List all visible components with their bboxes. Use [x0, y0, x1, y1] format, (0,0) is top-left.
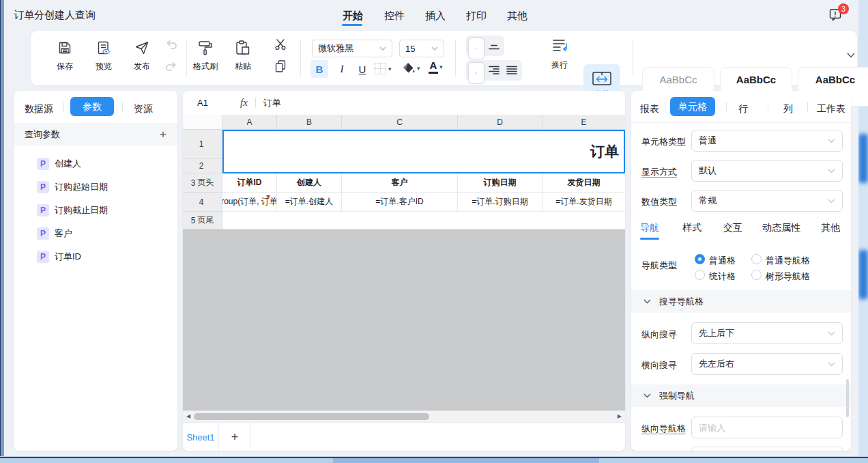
tab-parameters[interactable]: 参数 — [70, 97, 114, 116]
horizontal-scrollbar-thumb[interactable] — [194, 413, 429, 420]
clipped-next-input[interactable] — [691, 447, 843, 451]
font-size-select[interactable]: 15 — [399, 40, 444, 57]
search-nav-section-header[interactable]: 搜寻导航格 — [631, 290, 851, 313]
cell-C3[interactable]: 客户 — [342, 173, 458, 193]
fill-color-button[interactable]: ▾ — [402, 61, 420, 75]
radio-normal-nav-cell[interactable] — [751, 254, 762, 264]
font-family-select[interactable]: 微软雅黑 — [312, 40, 392, 57]
radio-label-stats-cell[interactable]: 统计格 — [709, 270, 736, 283]
column-header-B[interactable]: B — [277, 115, 342, 130]
add-sheet-button[interactable]: + — [219, 423, 251, 451]
row-header-5-page-footer[interactable]: 5页尾 — [183, 212, 222, 229]
row-header-4[interactable]: 4 — [183, 193, 222, 212]
menu-tab-widgets[interactable]: 控件 — [384, 10, 405, 23]
cell-D4[interactable]: =订单.订购日期 — [458, 193, 542, 212]
subtab-other[interactable]: 其他 — [821, 222, 840, 234]
cell-E3[interactable]: 发货日期 — [542, 173, 625, 193]
radio-label-tree-nav-cell[interactable]: 树形导航格 — [766, 270, 810, 283]
number-type-select[interactable]: 常规 — [691, 190, 843, 212]
row-header-3-page-header[interactable]: 3页头 — [183, 173, 222, 193]
font-color-button[interactable]: A ▾ — [429, 60, 443, 74]
chevron-down-icon — [828, 362, 835, 367]
display-mode-select[interactable]: 默认 — [691, 160, 843, 182]
column-header-D[interactable]: D — [458, 115, 542, 130]
row-header-1[interactable]: 1 — [183, 130, 222, 159]
tab-worksheet[interactable]: 工作表 — [817, 99, 845, 118]
param-item-order-id[interactable]: P 订单ID — [14, 245, 177, 268]
radio-label-normal-nav-cell[interactable]: 普通导航格 — [766, 255, 810, 267]
column-header-E[interactable]: E — [542, 115, 625, 130]
italic-button[interactable]: I — [333, 60, 351, 78]
redo-button[interactable] — [164, 60, 178, 74]
cut-button[interactable] — [274, 38, 287, 51]
menu-tab-other[interactable]: 其他 — [507, 10, 527, 23]
align-bottom-button[interactable] — [486, 38, 502, 54]
subtab-navigation[interactable]: 导航 — [640, 222, 659, 234]
add-parameter-button[interactable]: + — [160, 128, 167, 141]
subtab-style[interactable]: 样式 — [682, 222, 701, 234]
scroll-left-arrow[interactable]: ◀ — [186, 413, 190, 419]
borders-button[interactable]: ▾ — [374, 62, 392, 75]
radio-normal-cell[interactable] — [695, 254, 705, 264]
align-right-button[interactable] — [486, 62, 502, 79]
menu-tab-insert[interactable]: 插入 — [425, 10, 446, 23]
cell-C4[interactable]: =订单.客户ID — [342, 193, 458, 212]
panel-scrollbar-thumb[interactable] — [846, 379, 849, 417]
subtab-dynamic-props[interactable]: 动态属性 — [762, 222, 800, 234]
radio-label-normal-cell[interactable]: 普通格 — [709, 255, 736, 267]
tab-report[interactable]: 报表 — [640, 99, 659, 118]
underline-button[interactable]: U — [353, 60, 371, 78]
cell-reference-box[interactable]: A1 — [183, 98, 222, 108]
menu-tab-home[interactable]: 开始 — [343, 10, 363, 23]
align-center-button[interactable] — [468, 62, 484, 84]
param-item-order-start-date[interactable]: P 订购起始日期 — [14, 176, 177, 199]
tab-column[interactable]: 列 — [783, 99, 793, 118]
align-middle-button[interactable] — [468, 38, 484, 59]
copy-button[interactable] — [274, 59, 287, 73]
scroll-right-arrow[interactable]: ▶ — [618, 413, 622, 419]
force-nav-section-header[interactable]: 强制导航 — [631, 384, 851, 407]
page-footer-row[interactable] — [222, 212, 625, 229]
radio-stats-cell[interactable] — [695, 270, 705, 280]
tab-cell[interactable]: 单元格 — [670, 97, 715, 116]
desktop-blob — [858, 134, 868, 183]
sheet-tab-sheet1[interactable]: Sheet1 — [183, 423, 219, 451]
tab-resources[interactable]: 资源 — [134, 99, 153, 118]
align-justify-button[interactable] — [504, 62, 520, 79]
tab-datasource[interactable]: 数据源 — [25, 99, 53, 118]
cell-type-select[interactable]: 普通 — [691, 130, 843, 152]
formula-input[interactable]: 订单 — [263, 97, 281, 109]
horizontal-scrollbar[interactable]: ◀ ▶ — [183, 410, 625, 422]
cell-E4[interactable]: =订单.发货日期 — [542, 193, 625, 212]
style-gallery-expand-button[interactable] — [847, 53, 855, 58]
cell-A4[interactable]: roup(订单, 订单 — [222, 193, 277, 212]
cell-D3[interactable]: 订购日期 — [458, 173, 542, 193]
radio-tree-nav-cell[interactable] — [751, 270, 762, 280]
save-button[interactable]: 保存 — [49, 38, 81, 72]
vertical-nav-cell-input[interactable] — [691, 417, 843, 438]
cell-B4[interactable]: =订单.创建人 — [277, 193, 342, 212]
notification-button[interactable]: 3 — [828, 7, 848, 27]
cell-A3[interactable]: 订单ID — [222, 173, 277, 193]
publish-button[interactable]: 发布 — [126, 38, 158, 72]
grid-corner[interactable] — [183, 115, 222, 130]
column-header-A[interactable]: A — [222, 115, 277, 130]
selection-merged-cell[interactable]: 订单 — [222, 130, 625, 173]
horizontal-search-select[interactable]: 先左后右 — [691, 353, 843, 375]
preview-button[interactable]: 预览 — [88, 38, 119, 72]
param-item-creator[interactable]: P 创建人 — [14, 152, 177, 176]
param-item-order-end-date[interactable]: P 订购截止日期 — [14, 199, 177, 222]
param-item-customer[interactable]: P 客户 — [14, 222, 177, 245]
row-header-2[interactable]: 2 — [183, 159, 222, 173]
undo-button[interactable] — [164, 38, 178, 52]
menu-tab-print[interactable]: 打印 — [466, 10, 487, 23]
bold-button[interactable]: B — [310, 60, 328, 78]
paste-button[interactable]: 粘贴 — [227, 38, 259, 72]
format-painter-button[interactable]: 格式刷 — [190, 38, 221, 72]
vertical-search-select[interactable]: 先上后下 — [691, 322, 843, 344]
wrap-text-button[interactable]: 换行 — [544, 36, 575, 71]
tab-row[interactable]: 行 — [738, 99, 748, 118]
subtab-interaction[interactable]: 交互 — [723, 222, 742, 234]
column-header-C[interactable]: C — [342, 115, 458, 130]
cell-B3[interactable]: 创建人 — [277, 173, 342, 193]
